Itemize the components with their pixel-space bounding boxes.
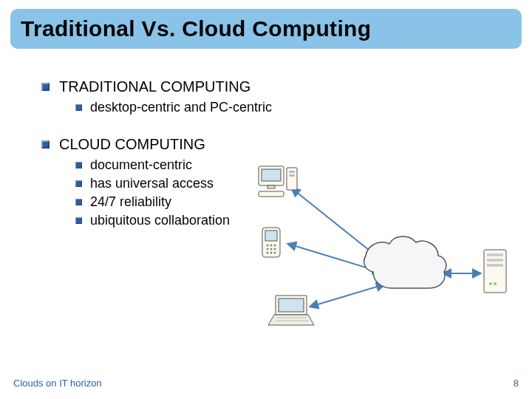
svg-rect-22: [487, 253, 503, 256]
desktop-icon: [259, 166, 297, 197]
slide-title: Traditional Vs. Cloud Computing: [21, 16, 511, 41]
laptop-icon: [268, 296, 314, 325]
svg-point-14: [274, 248, 276, 250]
svg-point-11: [274, 245, 276, 247]
slide-title-bar: Traditional Vs. Cloud Computing: [10, 9, 522, 49]
svg-point-17: [274, 252, 276, 254]
svg-point-10: [270, 245, 273, 247]
svg-point-9: [267, 245, 269, 247]
svg-point-12: [267, 248, 269, 250]
mobile-icon: [262, 228, 280, 257]
svg-rect-1: [262, 169, 281, 181]
network-diagram: [222, 163, 517, 332]
server-icon: [484, 250, 506, 293]
svg-rect-4: [289, 171, 295, 173]
cloud-icon: [364, 236, 446, 288]
svg-rect-6: [259, 191, 284, 197]
svg-point-25: [489, 282, 492, 285]
svg-rect-8: [265, 231, 277, 241]
svg-point-15: [267, 252, 269, 254]
page-number: 8: [514, 378, 519, 389]
section-heading: CLOUD COMPUTING: [59, 136, 205, 152]
svg-rect-2: [267, 185, 275, 188]
svg-rect-18: [279, 299, 304, 312]
svg-rect-23: [487, 259, 503, 262]
svg-point-13: [270, 248, 273, 250]
svg-point-26: [494, 282, 497, 285]
section-traditional: TRADITIONAL COMPUTING desktop-centric an…: [41, 78, 502, 115]
arrow-icon: [310, 284, 384, 307]
list-item: desktop-centric and PC-centric: [75, 100, 502, 115]
slide-footer: Clouds on IT horizon 8: [13, 378, 519, 389]
svg-point-16: [270, 252, 273, 254]
footer-text: Clouds on IT horizon: [13, 378, 102, 389]
section-heading: TRADITIONAL COMPUTING: [59, 78, 250, 95]
svg-rect-5: [289, 174, 295, 177]
svg-rect-24: [487, 264, 503, 267]
